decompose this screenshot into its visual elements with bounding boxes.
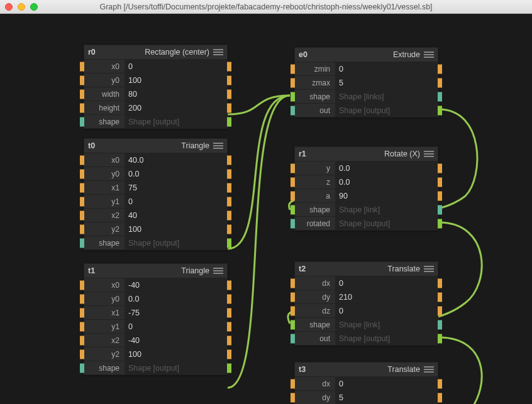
row-label: x1 xyxy=(84,308,125,317)
value-output: Shape [output] xyxy=(335,217,438,230)
row-label: z xyxy=(295,178,335,187)
node-id: t3 xyxy=(299,365,306,374)
row-label: shape xyxy=(84,239,125,248)
value-output: Shape [output] xyxy=(335,332,438,345)
value-input[interactable]: 0 xyxy=(125,195,227,208)
value-output: Shape [output] xyxy=(125,236,227,249)
row-label: y xyxy=(295,164,335,173)
row-label: dy xyxy=(295,293,335,302)
row-label: shape xyxy=(295,92,335,101)
value-input[interactable]: 0.0 xyxy=(125,167,227,180)
row-label: shape xyxy=(295,205,335,214)
node-t3[interactable]: t3 Translate dx0 dy5 xyxy=(294,362,438,404)
hamburger-icon[interactable] xyxy=(424,149,434,159)
node-id: r1 xyxy=(299,150,306,158)
hamburger-icon[interactable] xyxy=(424,264,434,274)
row-label: y2 xyxy=(84,225,125,234)
graph-canvas[interactable]: r0 Rectangle (center) x00 y0100 width80 … xyxy=(0,14,532,404)
node-id: t2 xyxy=(299,265,306,273)
row-label: dx xyxy=(295,279,335,288)
row-label: x2 xyxy=(84,211,125,220)
row-label: out xyxy=(295,106,335,115)
row-label: dz xyxy=(295,307,335,315)
node-header[interactable]: r1 Rotate (X) xyxy=(295,147,438,161)
value-input[interactable]: 0 xyxy=(335,304,438,317)
window-titlebar: Graph [/Users/toffi/Documents/projekte/f… xyxy=(0,0,532,14)
value-input[interactable]: 100 xyxy=(125,222,227,236)
node-t1[interactable]: t1 Triangle x0-40 y00.0 x1-75 y10 x2-40 … xyxy=(84,263,228,375)
value-input[interactable]: 0.0 xyxy=(125,292,227,305)
node-type: Rectangle (center) xyxy=(96,48,213,57)
window-title: Graph [/Users/toffi/Documents/projekte/f… xyxy=(0,3,532,11)
value-input[interactable]: 0.0 xyxy=(335,161,438,175)
node-type: Translate xyxy=(306,265,424,273)
row-label: rotated xyxy=(295,219,335,228)
value-output: Shape [output] xyxy=(125,361,227,374)
hamburger-icon[interactable] xyxy=(213,141,223,151)
row-label: x2 xyxy=(84,336,125,345)
row-label: shape xyxy=(295,320,335,329)
node-t2[interactable]: t2 Translate dx0 dy210 dz0 shapeShape [l… xyxy=(294,261,438,346)
close-icon[interactable] xyxy=(5,3,13,11)
node-t0[interactable]: t0 Triangle x040.0 y00.0 x175 y10 x240 y… xyxy=(84,138,228,250)
row-label: y0 xyxy=(84,170,125,178)
row-label: dx xyxy=(295,379,335,388)
minimize-icon[interactable] xyxy=(18,3,25,11)
node-header[interactable]: t3 Translate xyxy=(295,363,438,376)
row-label: y0 xyxy=(84,76,125,85)
value-input[interactable]: 200 xyxy=(125,101,227,114)
node-id: r0 xyxy=(88,48,96,57)
value-input[interactable]: 75 xyxy=(125,181,227,194)
node-id: t1 xyxy=(88,266,95,275)
row-label: y2 xyxy=(84,350,125,359)
value-input[interactable]: 5 xyxy=(335,391,438,404)
node-id: t0 xyxy=(88,141,95,150)
value-output: Shape [link] xyxy=(335,203,438,216)
node-header[interactable]: r0 Rectangle (center) xyxy=(84,45,227,59)
node-type: Rotate (X) xyxy=(306,150,424,158)
value-input[interactable]: 0 xyxy=(335,377,438,390)
node-type: Triangle xyxy=(95,266,213,275)
value-input[interactable]: 40 xyxy=(125,209,227,222)
value-input[interactable]: 210 xyxy=(335,290,438,303)
row-label: x0 xyxy=(84,281,125,290)
value-output: Shape [output] xyxy=(125,115,227,128)
row-label: height xyxy=(84,104,125,112)
hamburger-icon[interactable] xyxy=(424,364,434,374)
hamburger-icon[interactable] xyxy=(213,47,223,57)
node-r1[interactable]: r1 Rotate (X) y0.0 z0.0 a90 shapeShape [… xyxy=(294,146,438,231)
hamburger-icon[interactable] xyxy=(213,266,223,276)
node-header[interactable]: t1 Triangle xyxy=(84,264,227,278)
row-label: x0 xyxy=(84,156,125,165)
fullscreen-icon[interactable] xyxy=(30,3,38,11)
node-header[interactable]: t0 Triangle xyxy=(84,139,227,153)
value-input[interactable]: 100 xyxy=(125,74,227,87)
value-input[interactable]: -75 xyxy=(125,306,227,319)
value-input[interactable]: 0 xyxy=(125,320,227,333)
node-type: Triangle xyxy=(95,141,213,150)
row-label: zmin xyxy=(295,65,335,74)
hamburger-icon[interactable] xyxy=(424,50,434,60)
node-e0[interactable]: e0 Extrude zmin0 zmax5 shapeShape [links… xyxy=(294,47,438,117)
value-input[interactable]: 0 xyxy=(125,60,227,73)
node-header[interactable]: e0 Extrude xyxy=(295,48,438,62)
node-id: e0 xyxy=(299,50,308,59)
value-input[interactable]: 0 xyxy=(335,276,438,290)
row-label: width xyxy=(84,90,125,99)
node-r0[interactable]: r0 Rectangle (center) x00 y0100 width80 … xyxy=(84,45,228,129)
value-input[interactable]: 5 xyxy=(335,76,438,89)
row-label: y1 xyxy=(84,197,125,206)
value-input[interactable]: -40 xyxy=(125,278,227,292)
value-input[interactable]: 40.0 xyxy=(125,153,227,167)
value-output: Shape [link] xyxy=(335,318,438,331)
node-header[interactable]: t2 Translate xyxy=(295,262,438,276)
row-label: y0 xyxy=(84,295,125,303)
value-input[interactable]: 80 xyxy=(125,87,227,101)
value-input[interactable]: 0 xyxy=(335,62,438,75)
value-output: Shape [links] xyxy=(335,90,438,103)
row-label: a xyxy=(295,192,335,200)
value-input[interactable]: 100 xyxy=(125,347,227,361)
value-input[interactable]: 90 xyxy=(335,189,438,202)
value-input[interactable]: -40 xyxy=(125,334,227,347)
value-input[interactable]: 0.0 xyxy=(335,175,438,188)
